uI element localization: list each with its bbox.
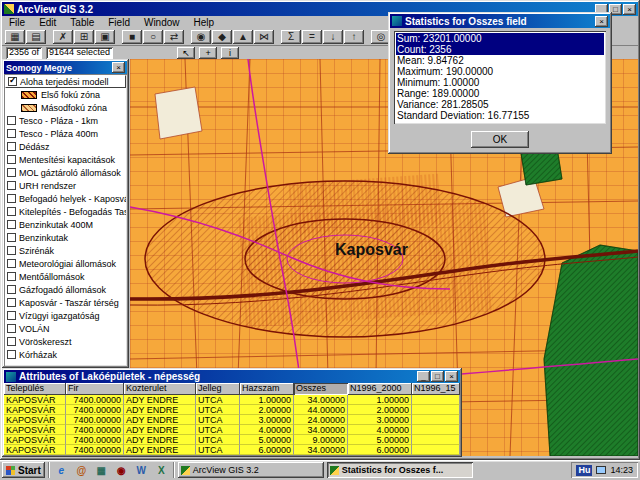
excel-icon[interactable]: X: [153, 463, 170, 478]
legend-item[interactable]: Benzinkutak 400M: [5, 218, 126, 231]
legend-item[interactable]: Mentesítési kapacitások: [5, 153, 126, 166]
column-header[interactable]: N1996_2000: [348, 383, 412, 395]
column-header[interactable]: N1996_15: [412, 383, 460, 395]
start-button[interactable]: Start: [2, 462, 45, 478]
display-tray-icon[interactable]: [596, 466, 606, 474]
layer-checkbox[interactable]: [7, 220, 16, 229]
view-titlebar[interactable]: Somogy Megye ×: [4, 61, 127, 74]
layer-checkbox[interactable]: [7, 337, 16, 346]
sort-descending-button[interactable]: ↑: [344, 30, 364, 44]
legend-item[interactable]: Vöröskereszt: [5, 335, 126, 348]
table-row[interactable]: KAPOSVÁR7400.00000ADY ENDREUTCA6.0000034…: [4, 445, 460, 455]
layer-checkbox[interactable]: [7, 116, 16, 125]
legend-item[interactable]: VOLÁN: [5, 322, 126, 335]
table-close-icon[interactable]: ×: [445, 371, 458, 382]
layer-checkbox[interactable]: [7, 181, 16, 190]
menu-table[interactable]: Table: [63, 16, 101, 29]
menu-edit[interactable]: Edit: [32, 16, 63, 29]
ok-button[interactable]: OK: [471, 131, 529, 148]
sort-ascending-button[interactable]: ↓: [323, 30, 343, 44]
table-row[interactable]: KAPOSVÁR7400.00000ADY ENDREUTCA4.0000034…: [4, 425, 460, 435]
column-header[interactable]: Település: [4, 383, 66, 395]
column-header-selected[interactable]: Osszes: [294, 383, 348, 395]
select-tool-icon[interactable]: +: [199, 47, 217, 59]
legend-item[interactable]: Benzinkutak: [5, 231, 126, 244]
calculate-button[interactable]: =: [302, 30, 322, 44]
select-all-button[interactable]: ■: [122, 30, 142, 44]
language-indicator[interactable]: Hu: [576, 465, 592, 476]
legend-item[interactable]: MOL gáztároló állomások: [5, 166, 126, 179]
layer-checkbox[interactable]: [7, 194, 16, 203]
layer-checkbox[interactable]: [7, 168, 16, 177]
table-titlebar[interactable]: Attributes of Lakóépületek - népesség _ …: [4, 370, 460, 383]
layer-checkbox[interactable]: [7, 142, 16, 151]
statistics-close-icon[interactable]: ×: [595, 16, 608, 27]
task-statistics[interactable]: Statistics for Osszes f...: [327, 462, 473, 478]
table-maximize-icon[interactable]: □: [431, 371, 444, 382]
promote-button[interactable]: ▲: [233, 30, 253, 44]
layer-checkbox[interactable]: [7, 311, 16, 320]
copy-button[interactable]: ⊞: [74, 30, 94, 44]
layer-checkbox[interactable]: [7, 272, 16, 281]
paste-button[interactable]: ▣: [95, 30, 115, 44]
legend-item[interactable]: Befogadó helyek - Kaposvár: [5, 192, 126, 205]
menu-file[interactable]: File: [2, 16, 32, 29]
legend-item[interactable]: Dédász: [5, 140, 126, 153]
table-minimize-icon[interactable]: _: [417, 371, 430, 382]
table-row[interactable]: KAPOSVÁR7400.00000ADY ENDREUTCA5.000009.…: [4, 435, 460, 445]
layer-checkbox[interactable]: [7, 285, 16, 294]
join-button[interactable]: ⋈: [254, 30, 274, 44]
legend-item[interactable]: Meteorológiai állomások: [5, 257, 126, 270]
layer-checkbox[interactable]: [7, 129, 16, 138]
table-row[interactable]: KAPOSVÁR7400.00000ADY ENDREUTCA2.0000044…: [4, 405, 460, 415]
menu-field[interactable]: Field: [101, 16, 137, 29]
pointer-tool-icon[interactable]: ↖: [177, 47, 195, 59]
show-desktop-icon[interactable]: ▦: [93, 463, 110, 478]
close-icon[interactable]: ×: [623, 4, 636, 15]
word-icon[interactable]: W: [133, 463, 150, 478]
legend-item[interactable]: Tesco - Pláza - 1km: [5, 114, 126, 127]
legend-item[interactable]: Szirénák: [5, 244, 126, 257]
layer-checkbox[interactable]: [7, 207, 16, 216]
menu-help[interactable]: Help: [187, 16, 222, 29]
mail-icon[interactable]: @: [73, 463, 90, 478]
statistics-results-box[interactable]: Sum: 23201.00000 Count: 2356 Mean: 9.847…: [394, 31, 606, 124]
menu-window[interactable]: Window: [137, 16, 187, 29]
legend-item[interactable]: Kaposvár - Taszár térség: [5, 296, 126, 309]
query-builder-button[interactable]: ◆: [212, 30, 232, 44]
legend-item[interactable]: Kórházak: [5, 348, 126, 361]
switch-selection-button[interactable]: ⇄: [164, 30, 184, 44]
layer-checkbox[interactable]: [7, 259, 16, 268]
legend-item[interactable]: Mentőállomások: [5, 270, 126, 283]
legend-item[interactable]: Gázfogadó állomások: [5, 283, 126, 296]
column-header[interactable]: Hazszam: [240, 383, 294, 395]
legend-item[interactable]: URH rendszer: [5, 179, 126, 192]
print-button[interactable]: ▤: [26, 30, 46, 44]
layer-checkbox[interactable]: [7, 233, 16, 242]
clock[interactable]: 14:23: [610, 465, 633, 475]
view-close-icon[interactable]: ×: [112, 62, 125, 73]
layer-checkbox[interactable]: [7, 155, 16, 164]
column-header[interactable]: Fir: [66, 383, 124, 395]
layer-checkbox[interactable]: [7, 350, 16, 359]
legend-item[interactable]: Kitelepítés - Befogadás Taszár: [5, 205, 126, 218]
task-arcview[interactable]: ArcView GIS 3.2: [178, 462, 324, 478]
internet-explorer-icon[interactable]: e: [53, 463, 70, 478]
channels-icon[interactable]: ◉: [113, 463, 130, 478]
find-button[interactable]: ◉: [191, 30, 211, 44]
table-row[interactable]: KAPOSVÁR7400.00000ADY ENDREUTCA1.0000034…: [4, 395, 460, 405]
layer-checkbox[interactable]: [7, 298, 16, 307]
column-header[interactable]: Jelleg: [196, 383, 240, 395]
table-row[interactable]: KAPOSVÁR7400.00000ADY ENDREUTCA3.0000024…: [4, 415, 460, 425]
layer-checkbox[interactable]: [7, 324, 16, 333]
legend-item-aloha[interactable]: Aloha terjedési modell: [5, 75, 126, 88]
layer-checkbox[interactable]: [7, 246, 16, 255]
legend-item[interactable]: Vízügyi igazgatóság: [5, 309, 126, 322]
statistics-titlebar[interactable]: Statistics for Osszes field ×: [390, 14, 610, 28]
cut-button[interactable]: ✗: [53, 30, 73, 44]
sum-button[interactable]: Σ: [281, 30, 301, 44]
select-none-button[interactable]: ○: [143, 30, 163, 44]
column-header[interactable]: Kozterulet: [124, 383, 196, 395]
save-button[interactable]: ▦: [5, 30, 25, 44]
legend-item[interactable]: Tesco - Pláza 400m: [5, 127, 126, 140]
